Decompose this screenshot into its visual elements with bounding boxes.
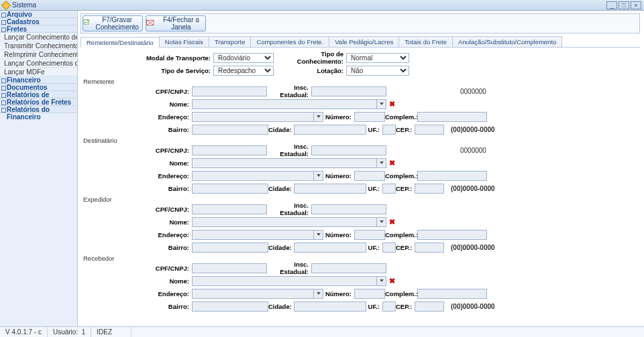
tab-2[interactable]: Transporte [209, 36, 252, 47]
close-window-button[interactable]: F4/Fechar a Janela [146, 15, 206, 31]
insc-label: Insc. Estadual: [267, 202, 311, 216]
main-panel: F7/Gravar Conhecimento F4/Fechar a Janel… [78, 11, 644, 326]
status-username: IDEZ [91, 327, 131, 337]
endereco-input-1[interactable] [192, 171, 314, 181]
nav-item-2-3[interactable]: Lançar Conhecimentos de Terceiros [0, 59, 77, 68]
nav-group-5[interactable]: Relatórios de Cadastros [0, 91, 77, 98]
clear-icon-3[interactable]: ✖ [389, 277, 395, 285]
cpf-input-2[interactable] [192, 204, 267, 214]
cidade-input-0[interactable] [294, 125, 366, 135]
insc-input-0[interactable] [311, 86, 386, 96]
modal-label: Modal de Transporte: [80, 54, 213, 62]
cep-input-1[interactable] [415, 184, 444, 194]
cpf-input-1[interactable] [192, 145, 267, 155]
cidade-input-1[interactable] [294, 184, 366, 194]
nome-input-2[interactable] [192, 217, 377, 227]
clear-icon-1[interactable]: ✖ [389, 159, 395, 167]
tab-3[interactable]: Componentes do Frete. [250, 36, 329, 47]
maximize-button[interactable]: □ [619, 1, 629, 9]
cpf-input-3[interactable] [192, 263, 267, 273]
uf-label: UF.: [366, 244, 382, 251]
tab-0[interactable]: Remetente/Destinatário [80, 37, 160, 48]
uf-input-3[interactable] [382, 301, 396, 312]
numero-input-0[interactable] [354, 112, 385, 122]
close-button[interactable]: × [631, 1, 641, 9]
complem-label: Complem.: [385, 290, 417, 297]
endereco-input-2[interactable] [192, 230, 314, 240]
nome-input-1[interactable] [192, 158, 377, 168]
minimize-button[interactable]: _ [606, 1, 617, 9]
insc-input-3[interactable] [311, 263, 386, 273]
uf-input-2[interactable] [382, 243, 396, 253]
cep-input-3[interactable] [415, 301, 444, 312]
complem-input-3[interactable] [417, 289, 487, 299]
cep-input-2[interactable] [415, 243, 444, 253]
nome-lookup-3[interactable] [377, 276, 386, 286]
cidade-input-2[interactable] [294, 243, 366, 253]
nav-item-2-1[interactable]: Transmitir Conhecimentos de Frete [0, 42, 77, 50]
cpf-input-0[interactable] [192, 86, 267, 96]
endereco-input-0[interactable] [192, 112, 314, 122]
nav-group-4[interactable]: Documentos [0, 84, 77, 91]
nome-lookup-0[interactable] [377, 99, 386, 109]
numero-input-1[interactable] [354, 171, 385, 181]
clear-icon-2[interactable]: ✖ [389, 218, 395, 226]
tab-4[interactable]: Vale Pedágio/Lacres [329, 36, 399, 47]
nav-group-3[interactable]: Financeiro [0, 76, 77, 84]
uf-input-0[interactable] [382, 125, 396, 135]
uf-input-1[interactable] [382, 184, 396, 194]
tipo-serv-select[interactable]: Redespacho [213, 66, 274, 76]
cpf-label: CPF/CNPJ: [80, 206, 192, 213]
tab-5[interactable]: Totais do Frete [398, 36, 453, 47]
nome-input-3[interactable] [192, 276, 377, 286]
complem-input-2[interactable] [417, 230, 487, 240]
nome-input-0[interactable] [192, 99, 377, 109]
insc-label: Insc. Estadual: [267, 143, 311, 157]
tipo-con-select[interactable]: Normal [346, 53, 409, 63]
insc-input-1[interactable] [311, 145, 386, 155]
nav-item-2-4[interactable]: Lançar MDFe [0, 68, 77, 76]
close-window-icon [146, 19, 154, 28]
complem-input-1[interactable] [417, 171, 487, 181]
endereco-lookup-0[interactable] [314, 112, 323, 122]
endereco-label: Endereço: [80, 290, 192, 297]
complem-label: Complem.: [385, 172, 417, 180]
nome-lookup-1[interactable] [377, 158, 386, 168]
cep-label: CEP.: [396, 126, 415, 133]
cep-label: CEP.: [396, 185, 415, 192]
bairro-input-1[interactable] [192, 184, 268, 194]
nav-group-2[interactable]: Fretes [0, 25, 77, 33]
endereco-lookup-1[interactable] [314, 171, 323, 181]
numero-input-2[interactable] [354, 230, 385, 240]
complem-input-0[interactable] [417, 112, 487, 122]
section-title-2: Expedidor [80, 196, 637, 203]
insc-input-2[interactable] [311, 204, 386, 214]
tab-1[interactable]: Notas Fiscais [159, 36, 209, 47]
nome-lookup-2[interactable] [377, 217, 386, 227]
nav-group-1[interactable]: Cadastros [0, 18, 77, 25]
bairro-input-2[interactable] [192, 243, 268, 253]
cidade-input-3[interactable] [294, 301, 366, 312]
lotacao-label: Lotação: [274, 67, 346, 74]
tab-6[interactable]: Anulação/Substituto/Complemento [452, 36, 562, 47]
bairro-input-0[interactable] [192, 125, 268, 135]
nav-item-2-2[interactable]: ReImprimir Conhecimentos de Frete [0, 50, 77, 59]
endereco-lookup-2[interactable] [314, 230, 323, 240]
clear-icon-0[interactable]: ✖ [389, 100, 395, 109]
nav-group-6[interactable]: Relatórios de Fretes [0, 98, 77, 106]
insc-label: Insc. Estadual: [267, 261, 311, 275]
save-button[interactable]: F7/Gravar Conhecimento [83, 15, 143, 31]
lotacao-select[interactable]: Não [346, 66, 409, 76]
modal-select[interactable]: Rodoviário [213, 53, 274, 63]
nav-item-2-0[interactable]: Lançar Conhecimento de Frete [0, 33, 77, 42]
phone-2: (00)0000-0000 [451, 244, 495, 251]
numero-label: Número: [323, 172, 354, 180]
endereco-input-3[interactable] [192, 289, 314, 299]
nav-group-7[interactable]: Relatórios do Financeiro [0, 106, 77, 113]
numero-input-3[interactable] [354, 289, 385, 299]
bairro-input-3[interactable] [192, 301, 268, 312]
cpf-label: CPF/CNPJ: [80, 88, 192, 95]
nav-group-0[interactable]: Arquivo [0, 11, 77, 18]
endereco-lookup-3[interactable] [314, 289, 323, 299]
cep-input-0[interactable] [415, 125, 444, 135]
